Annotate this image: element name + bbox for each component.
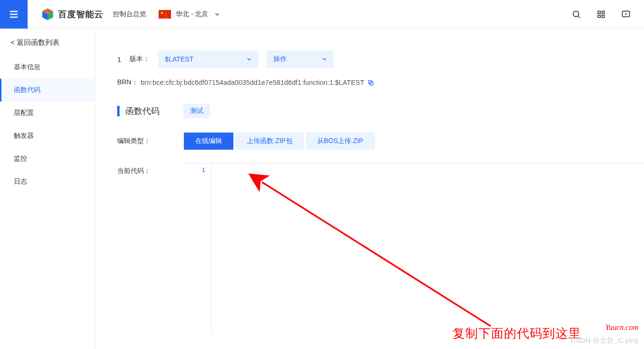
line-number-gutter: 1 <box>184 164 211 335</box>
version-select[interactable]: $LATEST <box>158 51 258 68</box>
sidebar-item-function-code[interactable]: 函数代码 <box>0 79 95 102</box>
current-code-row: 当前代码： 1 <box>117 163 644 335</box>
segment-bos-zip[interactable]: 从BOS上传.ZIP <box>306 133 375 150</box>
sidebar-item-triggers[interactable]: 触发器 <box>0 124 95 147</box>
brand-text: 百度智能云 <box>58 9 103 20</box>
china-flag-icon <box>159 10 171 19</box>
edit-type-segments: 在线编辑 上传函数.ZIP包 从BOS上传.ZIP <box>184 133 375 150</box>
main-content: 1 版本： $LATEST 操作 BRN： brn:bce:cfc:bj:bdc… <box>95 29 644 349</box>
watermark-csdn: CSDN @念舒_C.ying <box>570 336 638 345</box>
version-label: 版本： <box>130 55 150 63</box>
svg-rect-10 <box>602 11 604 13</box>
body-layout: < 返回函数列表 基本信息 函数代码 层配置 触发器 监控 日志 1 版本： $… <box>0 29 644 349</box>
brn-row: BRN： brn:bce:cfc:bj:bdc6df07154ada0035dd… <box>117 78 644 87</box>
chevron-down-icon <box>246 56 252 62</box>
sidebar: < 返回函数列表 基本信息 函数代码 层配置 触发器 监控 日志 <box>0 29 95 349</box>
current-code-label: 当前代码： <box>117 163 184 175</box>
brn-label: BRN： <box>117 78 138 87</box>
hamburger-menu-button[interactable] <box>0 0 28 29</box>
apps-grid-icon[interactable] <box>596 10 606 19</box>
actions-select[interactable]: 操作 <box>267 51 333 68</box>
search-icon[interactable] <box>572 10 581 19</box>
region-text: 华北 - 北京 <box>176 10 208 19</box>
section-title: 函数代码 <box>125 105 160 117</box>
segment-upload-zip[interactable]: 上传函数.ZIP包 <box>235 133 304 150</box>
svg-line-8 <box>578 16 580 18</box>
svg-rect-9 <box>598 11 600 13</box>
region-selector[interactable]: 华北 - 北京 <box>159 10 221 19</box>
version-select-value: $LATEST <box>165 55 193 63</box>
edit-type-row: 编辑类型： 在线编辑 上传函数.ZIP包 从BOS上传.ZIP <box>117 133 644 150</box>
sidebar-item-monitoring[interactable]: 监控 <box>0 147 95 170</box>
top-header: 百度智能云 控制台总览 华北 - 北京 <box>0 0 644 29</box>
test-button[interactable]: 测试 <box>183 104 210 118</box>
svg-rect-12 <box>602 15 604 17</box>
svg-rect-11 <box>598 15 600 17</box>
chevron-down-icon <box>321 56 328 62</box>
sidebar-item-basic-info[interactable]: 基本信息 <box>0 56 95 79</box>
brn-value: brn:bce:cfc:bj:bdc6df07154ada0035dd1e7e5… <box>141 79 364 86</box>
segment-online-edit[interactable]: 在线编辑 <box>184 133 233 150</box>
copy-icon[interactable] <box>367 79 374 86</box>
sidebar-item-logs[interactable]: 日志 <box>0 170 95 193</box>
edit-type-label: 编辑类型： <box>117 137 184 145</box>
console-overview-label[interactable]: 控制台总览 <box>113 10 146 19</box>
hamburger-icon <box>8 9 20 20</box>
section-accent-bar <box>117 106 120 116</box>
section-title-wrap: 函数代码 <box>117 105 160 117</box>
brand-logo[interactable]: 百度智能云 <box>41 8 103 21</box>
code-text-area[interactable] <box>211 164 644 335</box>
svg-point-15 <box>625 13 626 14</box>
section-head: 函数代码 测试 <box>117 104 644 118</box>
code-editor[interactable]: 1 <box>184 163 644 335</box>
cube-logo-icon <box>41 8 54 21</box>
header-right-icons <box>572 10 637 19</box>
chat-icon[interactable] <box>621 10 631 19</box>
back-to-function-list[interactable]: < 返回函数列表 <box>0 29 95 56</box>
version-number: 1 <box>117 55 121 63</box>
actions-select-label: 操作 <box>273 55 287 63</box>
line-number: 1 <box>184 166 205 174</box>
svg-point-7 <box>573 11 579 17</box>
sidebar-item-layer-config[interactable]: 层配置 <box>0 102 95 124</box>
version-row: 1 版本： $LATEST 操作 <box>117 51 644 68</box>
chevron-down-icon <box>214 11 221 18</box>
